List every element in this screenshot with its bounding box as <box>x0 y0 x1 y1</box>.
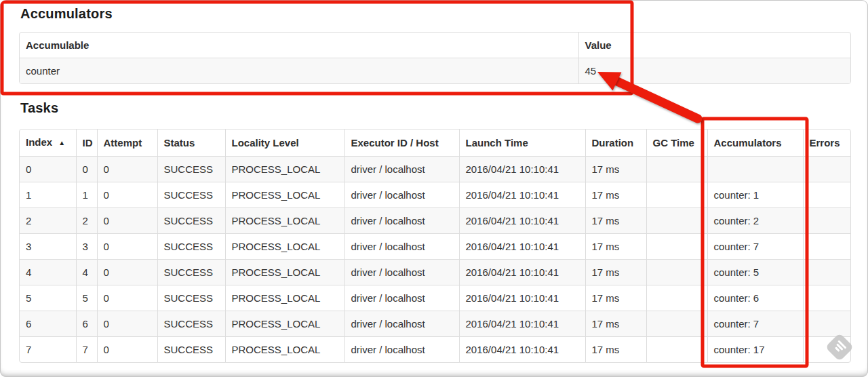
column-header-id[interactable]: ID <box>76 130 97 157</box>
column-header-locality-level[interactable]: Locality Level <box>225 130 344 157</box>
table-cell: 17 ms <box>585 234 646 260</box>
column-header-attempt[interactable]: Attempt <box>97 130 157 157</box>
table-cell: 45 <box>578 58 850 84</box>
table-cell: 5 <box>76 285 97 311</box>
table-cell: 0 <box>97 285 157 311</box>
column-header-accumulable[interactable]: Accumulable <box>20 33 578 58</box>
table-cell <box>646 234 707 260</box>
table-cell: 4 <box>20 260 76 285</box>
table-cell: 7 <box>76 337 97 363</box>
accumulators-heading: Accumulators <box>20 6 113 22</box>
column-header-gc-time[interactable]: GC Time <box>646 130 707 157</box>
table-row: 110SUCCESSPROCESS_LOCALdriver / localhos… <box>20 182 850 208</box>
table-cell: PROCESS_LOCAL <box>225 208 344 234</box>
table-cell: 0 <box>76 157 97 182</box>
table-cell: 17 ms <box>585 285 646 311</box>
table-cell <box>803 208 850 234</box>
column-header-duration[interactable]: Duration <box>585 130 646 157</box>
table-row: 220SUCCESSPROCESS_LOCALdriver / localhos… <box>20 208 850 234</box>
table-cell: SUCCESS <box>157 157 225 182</box>
table-cell <box>646 182 707 208</box>
table-cell: 0 <box>97 311 157 337</box>
table-cell <box>803 311 850 337</box>
table-cell <box>646 208 707 234</box>
table-row: 550SUCCESSPROCESS_LOCALdriver / localhos… <box>20 285 850 311</box>
table-row: counter45 <box>20 58 850 84</box>
table-cell <box>803 260 850 285</box>
column-header-executor-id-host[interactable]: Executor ID / Host <box>344 130 459 157</box>
table-cell: 6 <box>76 311 97 337</box>
table-row: 000SUCCESSPROCESS_LOCALdriver / localhos… <box>20 157 850 182</box>
table-cell <box>646 285 707 311</box>
table-cell: 2016/04/21 10:10:41 <box>459 157 585 182</box>
table-cell: 0 <box>97 337 157 363</box>
table-cell: 2016/04/21 10:10:41 <box>459 311 585 337</box>
table-cell: 7 <box>20 337 76 363</box>
table-cell: SUCCESS <box>157 208 225 234</box>
table-cell: 0 <box>20 157 76 182</box>
table-cell <box>803 234 850 260</box>
table-cell: 2016/04/21 10:10:41 <box>459 234 585 260</box>
table-cell: PROCESS_LOCAL <box>225 157 344 182</box>
table-cell: driver / localhost <box>344 311 459 337</box>
table-cell: counter: 17 <box>707 337 803 363</box>
column-header-index[interactable]: Index▲ <box>20 130 76 157</box>
table-cell: 0 <box>97 208 157 234</box>
table-cell: 4 <box>76 260 97 285</box>
table-cell: PROCESS_LOCAL <box>225 182 344 208</box>
table-cell <box>803 157 850 182</box>
column-header-index-label: Index <box>26 136 52 148</box>
tasks-table: Index▲ ID Attempt Status Locality Level … <box>19 129 851 363</box>
table-cell <box>707 157 803 182</box>
table-cell: driver / localhost <box>344 285 459 311</box>
table-cell: PROCESS_LOCAL <box>225 260 344 285</box>
table-cell: 2 <box>20 208 76 234</box>
table-row: 330SUCCESSPROCESS_LOCALdriver / localhos… <box>20 234 850 260</box>
table-cell: counter: 5 <box>707 260 803 285</box>
table-cell: counter: 7 <box>707 311 803 337</box>
table-cell: driver / localhost <box>344 208 459 234</box>
table-cell: 3 <box>20 234 76 260</box>
table-cell: driver / localhost <box>344 337 459 363</box>
table-cell: 2 <box>76 208 97 234</box>
table-cell: driver / localhost <box>344 234 459 260</box>
table-cell: 1 <box>20 182 76 208</box>
table-cell <box>646 337 707 363</box>
column-header-errors[interactable]: Errors <box>803 130 850 157</box>
table-cell: 17 ms <box>585 182 646 208</box>
table-cell: SUCCESS <box>157 311 225 337</box>
tasks-heading: Tasks <box>20 100 58 116</box>
table-cell: driver / localhost <box>344 260 459 285</box>
annotation-arrow-shaft <box>616 81 698 119</box>
table-cell: counter: 6 <box>707 285 803 311</box>
table-cell: counter: 1 <box>707 182 803 208</box>
table-cell: PROCESS_LOCAL <box>225 311 344 337</box>
table-cell <box>803 182 850 208</box>
column-header-launch-time[interactable]: Launch Time <box>459 130 585 157</box>
table-cell <box>646 311 707 337</box>
table-cell: 5 <box>20 285 76 311</box>
table-cell: 2016/04/21 10:10:41 <box>459 208 585 234</box>
column-header-status[interactable]: Status <box>157 130 225 157</box>
spark-stage-page: Accumulators Accumulable Value counter45… <box>0 0 868 377</box>
table-cell: 2016/04/21 10:10:41 <box>459 182 585 208</box>
table-cell: 2016/04/21 10:10:41 <box>459 337 585 363</box>
table-cell: PROCESS_LOCAL <box>225 234 344 260</box>
table-cell <box>646 260 707 285</box>
table-row: 440SUCCESSPROCESS_LOCALdriver / localhos… <box>20 260 850 285</box>
column-header-accumulators[interactable]: Accumulators <box>707 130 803 157</box>
column-header-value[interactable]: Value <box>578 33 850 58</box>
table-row: 770SUCCESSPROCESS_LOCALdriver / localhos… <box>20 337 850 363</box>
table-cell: 17 ms <box>585 337 646 363</box>
table-cell: 1 <box>76 182 97 208</box>
table-row: 660SUCCESSPROCESS_LOCALdriver / localhos… <box>20 311 850 337</box>
table-cell: 3 <box>76 234 97 260</box>
table-cell: counter: 7 <box>707 234 803 260</box>
table-cell: PROCESS_LOCAL <box>225 285 344 311</box>
table-cell: 17 ms <box>585 311 646 337</box>
table-cell: 0 <box>97 157 157 182</box>
table-cell: driver / localhost <box>344 157 459 182</box>
table-cell: SUCCESS <box>157 234 225 260</box>
table-cell: 0 <box>97 182 157 208</box>
table-cell: SUCCESS <box>157 260 225 285</box>
